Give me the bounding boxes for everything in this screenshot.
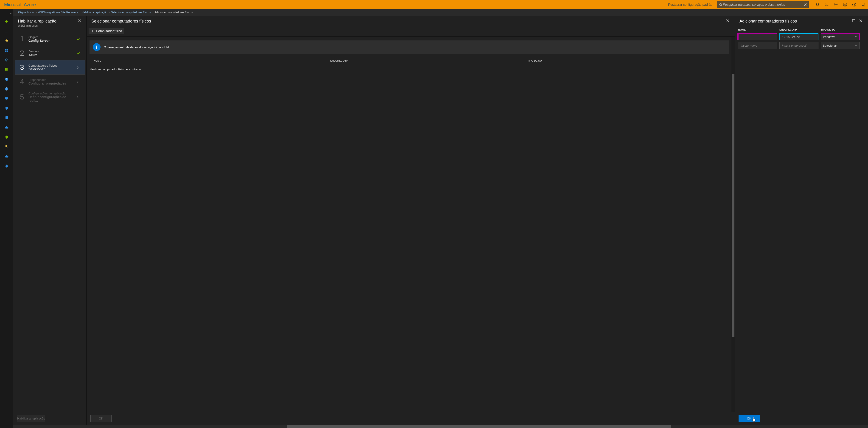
step-source[interactable]: 1 Origem Config-Server <box>15 32 85 46</box>
os-select[interactable]: Windows <box>821 33 860 40</box>
chevron-right-icon: › <box>109 11 110 14</box>
sidenav-cloud2-icon[interactable] <box>0 152 13 161</box>
sidenav-cloud-icon[interactable] <box>0 123 13 132</box>
step-value: Azure <box>28 53 76 57</box>
add-physical-computer-label: Computador físico <box>96 29 122 33</box>
step-value: Configurar propriedades <box>28 82 76 85</box>
directory-switch-icon[interactable] <box>859 0 868 9</box>
blade-row: Habilitar a replicação W2K8-migration 1 … <box>13 16 868 425</box>
step-number: 4 <box>18 78 26 86</box>
col-name: NOME <box>94 59 330 62</box>
close-icon[interactable] <box>725 19 730 23</box>
sidenav-favorites-icon[interactable] <box>0 36 13 45</box>
sidenav-shield-icon[interactable] <box>0 104 13 113</box>
col-ip: ENDEREÇO IP <box>779 28 818 31</box>
page-area: Página Inicial› W2K8-migration – Site Re… <box>13 9 868 428</box>
breadcrumb-item[interactable]: Página Inicial <box>18 11 34 14</box>
form-row: Selecionar <box>735 41 868 50</box>
step-physical-machines[interactable]: 3 Computadores físicos Selecionar <box>15 60 85 75</box>
svg-point-6 <box>843 3 847 6</box>
ip-input[interactable] <box>779 33 818 40</box>
os-select-value: Windows <box>823 35 835 38</box>
breadcrumb-item[interactable]: Selecionar computadores físicos <box>111 11 151 14</box>
settings-gear-icon[interactable] <box>831 0 840 9</box>
top-bar-actions <box>813 0 868 9</box>
svg-rect-19 <box>7 49 8 50</box>
sidenav-clock-icon[interactable] <box>0 75 13 84</box>
side-nav: » <box>0 9 13 428</box>
step-replication-settings: 5 Configurações de replicação Definir co… <box>15 89 85 105</box>
close-icon[interactable] <box>858 19 863 23</box>
svg-point-0 <box>719 3 721 5</box>
name-input[interactable] <box>738 42 777 49</box>
restore-default-link[interactable]: Restaurar configuração padrão <box>668 3 712 6</box>
top-bar: Microsoft Azure Restaurar configuração p… <box>0 0 868 9</box>
svg-rect-36 <box>6 99 7 100</box>
close-icon[interactable] <box>77 19 82 23</box>
horizontal-scrollbar[interactable] <box>13 425 868 428</box>
sidenav-cube-icon[interactable] <box>0 55 13 64</box>
global-search[interactable] <box>717 1 809 8</box>
svg-rect-31 <box>6 70 7 71</box>
check-icon <box>76 52 82 55</box>
os-select[interactable]: Selecionar <box>821 42 860 49</box>
svg-rect-18 <box>5 49 6 50</box>
svg-marker-41 <box>5 165 8 168</box>
sidenav-key-icon[interactable] <box>0 142 13 151</box>
help-icon[interactable] <box>850 0 859 9</box>
add-physical-computer-button[interactable]: Computador físico <box>89 28 124 34</box>
step-label: Computadores físicos <box>28 64 76 67</box>
sidenav-create-icon[interactable] <box>0 17 13 26</box>
name-input[interactable] <box>738 33 777 40</box>
shell: » Página Inicial› W2K8-migration – Site … <box>0 9 868 428</box>
table-header: NOME ENDEREÇO IP TIPO DE SO <box>87 57 732 64</box>
feedback-smile-icon[interactable] <box>840 0 850 9</box>
ip-input-field[interactable] <box>781 44 821 48</box>
sidenav-database-icon[interactable] <box>0 113 13 122</box>
notifications-icon[interactable] <box>813 0 822 9</box>
step-number: 1 <box>18 35 26 43</box>
ip-input-field[interactable] <box>782 35 821 39</box>
chevron-down-icon <box>855 36 858 38</box>
maximize-icon[interactable] <box>851 19 856 23</box>
sidenav-monitor-icon[interactable] <box>0 94 13 103</box>
sidenav-grid-icon[interactable] <box>0 65 13 74</box>
step-label: Origem <box>28 35 76 39</box>
svg-rect-29 <box>7 69 8 70</box>
svg-rect-35 <box>5 97 8 99</box>
breadcrumb-item[interactable]: W2K8-migration – Site Recovery <box>38 11 78 14</box>
svg-point-8 <box>845 4 846 4</box>
sidenav-collapse-toggle[interactable]: » <box>10 10 13 16</box>
sidenav-security-icon[interactable] <box>0 133 13 142</box>
enable-replication-button: Habilitar a replicação <box>17 415 45 422</box>
sidenav-globe-icon[interactable] <box>0 84 13 93</box>
svg-rect-24 <box>5 68 6 69</box>
sidenav-diamond-icon[interactable] <box>0 162 13 171</box>
clear-search-icon[interactable] <box>804 3 807 6</box>
global-search-input[interactable] <box>722 2 804 7</box>
step-number: 2 <box>18 49 26 57</box>
svg-rect-20 <box>5 51 6 52</box>
svg-rect-32 <box>7 70 8 71</box>
step-number: 3 <box>18 63 26 72</box>
cloud-shell-icon[interactable] <box>822 0 831 9</box>
breadcrumb-item[interactable]: Habilitar a replicação <box>82 11 107 14</box>
sidenav-list-icon[interactable] <box>0 26 13 36</box>
ip-input[interactable] <box>779 42 818 49</box>
col-os: TIPO DE SO <box>527 59 724 62</box>
vertical-scrollbar[interactable] <box>732 37 735 412</box>
step-target[interactable]: 2 Destino Azure <box>15 46 85 60</box>
name-input-field[interactable] <box>740 44 780 48</box>
svg-rect-27 <box>5 69 6 70</box>
ok-button[interactable]: OK <box>739 415 760 422</box>
chevron-right-icon <box>76 95 82 99</box>
sidenav-dashboard-icon[interactable] <box>0 46 13 55</box>
svg-rect-30 <box>5 70 6 71</box>
name-input-field[interactable] <box>740 35 780 39</box>
chevron-right-icon <box>76 80 82 83</box>
search-icon <box>719 3 722 6</box>
svg-rect-40 <box>7 147 7 148</box>
blade-add-physical: Adicionar computadores físicos NOME ENDE… <box>735 16 868 425</box>
info-icon: i <box>93 43 100 51</box>
step-label: Destino <box>28 50 76 53</box>
